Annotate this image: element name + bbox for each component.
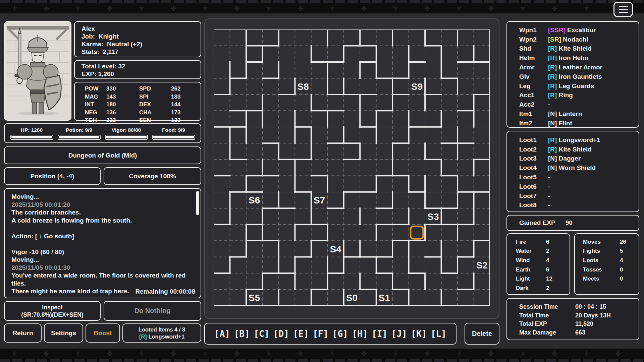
log-line — [11, 224, 194, 232]
stat-table-panel: POW330SPD262MAG143SPI183INT180DEX144NEG1… — [74, 82, 201, 121]
hamburger-menu-button[interactable] — [613, 2, 633, 17]
level-panel: Total Level: 32 EXP: 1,260 — [74, 60, 201, 79]
rarity-tag: [N] — [548, 120, 557, 127]
equipment-row: Helm[R] Iron Helm — [519, 53, 639, 63]
counter-value: 663 — [575, 329, 585, 336]
stat-value: 133 — [171, 117, 191, 124]
stat-value: 183 — [171, 94, 191, 100]
slot-label: Loot1 — [519, 136, 548, 144]
loot-row: Loot4[N] Worn Shield — [519, 163, 639, 173]
rarity-tag: [N] — [548, 164, 557, 171]
log-line: The corridor branches. — [11, 208, 194, 217]
item-value: [R] Iron Gauntlets — [548, 73, 602, 80]
resource-bar — [10, 135, 53, 140]
map-letter-button[interactable]: [B] — [234, 329, 250, 339]
equipment-row: Wpn2[SR] Nodachi — [519, 35, 639, 44]
map-letter-button[interactable]: [L] — [431, 329, 446, 339]
slot-label: Loot3 — [519, 155, 548, 162]
resource-gauge: Potion: 9/9 — [58, 127, 101, 140]
counter-value: 5 — [620, 248, 623, 254]
rarity-tag: [R] — [548, 64, 557, 71]
resource-label: Potion: 9/9 — [58, 127, 101, 133]
map-letter-button[interactable]: [C] — [254, 329, 269, 339]
slot-label: Loot2 — [519, 146, 548, 153]
item-value: [R] Iron Helm — [548, 54, 588, 62]
slot-label: Wpn2 — [519, 36, 548, 43]
stat-label: MAG — [85, 94, 106, 100]
map-letter-button[interactable]: [F] — [313, 329, 328, 339]
map-letter-button[interactable]: [D] — [273, 329, 289, 339]
slot-label: Acc1 — [519, 92, 548, 99]
coverage-value: Coverage 100% — [129, 173, 176, 180]
loot-row: Loot5- — [519, 173, 639, 182]
stat-value: 173 — [171, 109, 191, 116]
looted-items-button[interactable]: Looted Items 4 / 8 [R] Longsword+1 — [122, 323, 201, 343]
do-nothing-button[interactable]: Do Nothing — [104, 301, 201, 321]
counter-value: 00 : 04 : 15 — [575, 303, 606, 310]
counter-label: Total Time — [519, 312, 575, 319]
item-value: [SSR] Excalibur — [548, 26, 596, 34]
stat-label: SPI — [139, 94, 171, 100]
item-value: - — [548, 101, 550, 108]
room-label-S3: S3 — [427, 212, 439, 222]
counter-value: 20 Days 13H — [575, 312, 611, 319]
element-counter-row: Wind4 — [516, 256, 570, 265]
room-label-S4: S4 — [330, 244, 341, 254]
stat-value: 262 — [171, 85, 191, 92]
ornament-border-bottom: ⚜ ❖ ⚜ ❖ ⚜ ❖ ⚜ ❖ ⚜ ❖ ⚜ ❖ ⚜ ❖ ⚜ ❖ ⚜ ❖ ⚜ ❖ … — [0, 349, 644, 362]
dungeon-name: Dungeon of Gold (Mid) — [68, 152, 137, 159]
character-karma: Karma: Neutral (+2) — [82, 40, 194, 48]
item-value: [SR] Nodachi — [548, 36, 588, 43]
resource-bar-fill — [153, 136, 194, 138]
map-letter-button[interactable]: [G] — [332, 329, 348, 339]
stat-value: 330 — [106, 85, 139, 92]
return-button[interactable]: Return — [4, 323, 42, 343]
slot-label: Loot5 — [519, 174, 548, 181]
resource-label: Vigor: 80/80 — [105, 127, 148, 133]
settings-button[interactable]: Settings — [44, 323, 83, 343]
loot-row: Loot2[R] Kite Shield — [519, 145, 639, 154]
slot-label: Loot4 — [519, 164, 548, 172]
map-letter-button[interactable]: [A] — [214, 329, 230, 339]
looted-count: Looted Items 4 / 8 — [139, 326, 185, 333]
delete-button[interactable]: Delete — [465, 323, 499, 345]
dungeon-maze: S8S9S6S7S3S4S2S5S0S1 — [214, 29, 490, 306]
resource-bar-fill — [11, 136, 52, 138]
item-value: [N] Dagger — [548, 155, 581, 162]
stat-value: 136 — [106, 109, 139, 116]
stat-value: 143 — [106, 94, 139, 100]
resource-bar — [105, 135, 148, 140]
slot-label: Loot6 — [519, 183, 548, 190]
slot-label: Itm2 — [519, 120, 548, 127]
return-label: Return — [12, 329, 33, 337]
log-line: Moving... — [11, 256, 194, 264]
map-letter-bar: [A][B][C][D][E][F][G][H][I][J][K][L] — [204, 323, 457, 345]
rarity-tag: [R] — [548, 92, 557, 99]
log-scrollbar[interactable] — [196, 191, 199, 215]
map-letter-button[interactable]: [E] — [293, 329, 309, 339]
boost-button[interactable]: Boost — [86, 323, 120, 343]
item-value: [N] Worn Shield — [548, 164, 596, 172]
slot-label: Leg — [519, 82, 548, 90]
counter-label: Earth — [516, 266, 546, 273]
room-label-S2: S2 — [476, 260, 488, 270]
item-value: - — [548, 201, 550, 209]
map-letter-button[interactable]: [J] — [391, 329, 407, 339]
stat-table: POW330SPD262MAG143SPI183INT180DEX144NEG1… — [85, 85, 201, 124]
counter-value: 2 — [546, 248, 549, 254]
slot-label: Loot8 — [519, 201, 548, 209]
map-letter-button[interactable]: [H] — [352, 329, 368, 339]
equipment-row: Itm2[N] Flint — [519, 119, 639, 128]
slot-label: Armr — [519, 64, 548, 71]
inspect-button[interactable]: Inspect (SR:70.8%)(DEX+SEN) — [4, 301, 101, 321]
map-letter-button[interactable]: [K] — [411, 329, 427, 339]
equipment-row: Acc2- — [519, 100, 639, 109]
rarity-tag: [R] — [139, 334, 147, 340]
map-letter-button[interactable]: [I] — [372, 329, 387, 339]
dungeon-name-panel: Dungeon of Gold (Mid) — [4, 146, 201, 164]
rarity-tag: [N] — [548, 110, 557, 117]
fleur-de-lis-ornament-row: ⚜ ❖ ⚜ ❖ ⚜ ❖ ⚜ ❖ ⚜ ❖ ⚜ ❖ ⚜ ❖ ⚜ ❖ ⚜ ❖ ⚜ ❖ … — [0, 3, 644, 13]
loot-panel: Loot1[R] Longsword+1Loot2[R] Kite Shield… — [506, 131, 639, 212]
room-label-S5: S5 — [249, 293, 260, 303]
resource-gauge: HP: 1260 — [10, 127, 53, 140]
